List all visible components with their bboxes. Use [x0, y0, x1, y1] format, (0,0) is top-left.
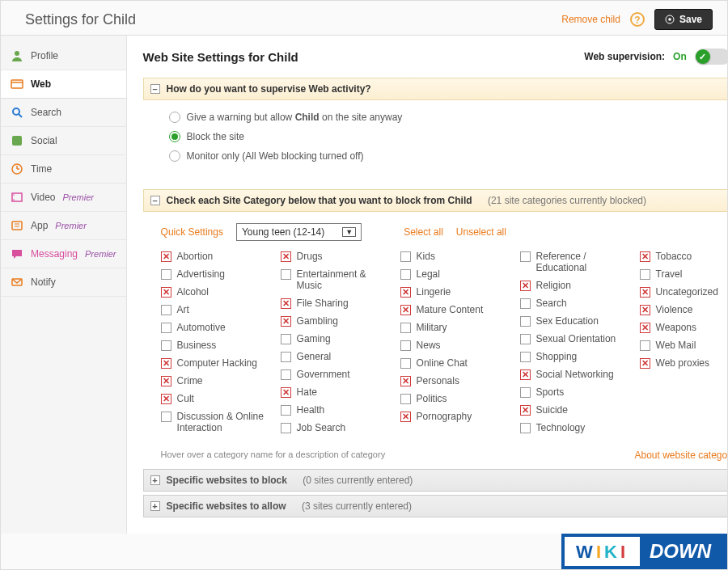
checkbox-icon: [400, 340, 411, 351]
category-label: Personals: [417, 375, 459, 386]
category-item[interactable]: Abortion: [161, 251, 265, 262]
category-item[interactable]: Alcohol: [161, 286, 265, 298]
category-label: Business: [177, 340, 217, 351]
web-supervision-toggle[interactable]: [695, 49, 728, 65]
category-item[interactable]: Automotive: [161, 322, 265, 333]
sidebar-item-label: App: [31, 220, 48, 231]
category-item[interactable]: Personals: [400, 375, 504, 386]
sidebar-item-notify[interactable]: Notify: [1, 268, 126, 297]
category-item[interactable]: Advertising: [161, 268, 265, 280]
premier-badge: Premier: [55, 221, 87, 230]
category-item[interactable]: Uncategorized: [640, 286, 728, 298]
category-item[interactable]: Reference / Educational: [520, 251, 624, 273]
category-item[interactable]: Art: [161, 304, 265, 315]
category-item[interactable]: Weapons: [640, 322, 728, 333]
category-item[interactable]: Military: [400, 322, 504, 333]
time-icon: [11, 163, 23, 175]
categories-section-header[interactable]: – Check each Site Category below that yo…: [143, 189, 728, 212]
sidebar-item-app[interactable]: App Premier: [1, 212, 126, 240]
sidebar-item-video[interactable]: Video Premier: [1, 184, 126, 212]
category-item[interactable]: Search: [520, 298, 624, 309]
category-item[interactable]: File Sharing: [281, 298, 384, 309]
category-item[interactable]: Technology: [520, 422, 624, 433]
category-item[interactable]: Sports: [520, 386, 624, 398]
category-item[interactable]: Online Chat: [400, 357, 504, 369]
category-item[interactable]: Health: [281, 404, 384, 416]
svg-point-2: [15, 51, 19, 56]
preset-select-value: Young teen (12-14): [242, 226, 324, 238]
supervise-section-header[interactable]: – How do you want to supervise Web activ…: [143, 78, 728, 100]
category-item[interactable]: Politics: [400, 393, 504, 404]
supervise-option-1[interactable]: Block the site: [169, 131, 728, 142]
supervise-option-0[interactable]: Give a warning but allow Child on the si…: [169, 112, 728, 123]
sidebar-item-social[interactable]: Social: [1, 127, 126, 155]
preset-select[interactable]: Young teen (12-14) ▼: [236, 223, 362, 241]
main: ProfileWebSearchSocialTimeVideo PremierA…: [1, 36, 727, 534]
collapse-icon[interactable]: –: [150, 84, 160, 94]
category-item[interactable]: Business: [161, 340, 265, 351]
checkbox-icon: [161, 323, 171, 333]
specific-allow-header[interactable]: + Specific websites to allow (3 sites cu…: [143, 495, 728, 517]
category-label: Web proxies: [656, 357, 709, 369]
category-item[interactable]: Discussion & Online Interaction: [161, 411, 265, 433]
sidebar-item-time[interactable]: Time: [1, 155, 126, 184]
category-item[interactable]: Mature Content: [400, 304, 504, 315]
select-all-link[interactable]: Select all: [404, 226, 443, 238]
category-label: Discussion & Online Interaction: [177, 411, 265, 433]
category-item[interactable]: Computer Hacking: [161, 357, 265, 369]
category-item[interactable]: Legal: [400, 268, 504, 280]
expand-icon[interactable]: +: [150, 501, 160, 511]
category-item[interactable]: News: [400, 340, 504, 351]
category-label: Technology: [536, 422, 586, 433]
category-item[interactable]: Violence: [640, 304, 728, 315]
about-website-categories-link[interactable]: About website categories: [634, 450, 728, 461]
category-item[interactable]: Shopping: [520, 351, 624, 362]
specific-allow-section: + Specific websites to allow (3 sites cu…: [143, 495, 728, 517]
category-item[interactable]: Tobacco: [640, 251, 728, 262]
category-item[interactable]: Lingerie: [400, 286, 504, 298]
hover-hint-text: Hover over a category name for a descrip…: [161, 450, 386, 461]
category-item[interactable]: Crime: [161, 375, 265, 386]
sidebar-item-web[interactable]: Web: [1, 70, 126, 99]
supervise-section: – How do you want to supervise Web activ…: [143, 78, 728, 176]
category-item[interactable]: Entertainment & Music: [281, 268, 384, 291]
category-item[interactable]: Suicide: [520, 404, 624, 416]
collapse-icon[interactable]: –: [150, 196, 160, 205]
category-item[interactable]: Travel: [640, 268, 728, 280]
sidebar-item-profile[interactable]: Profile: [1, 42, 126, 70]
sidebar-item-search[interactable]: Search: [1, 99, 126, 127]
checkbox-icon: [281, 251, 291, 262]
save-button[interactable]: Save: [654, 9, 713, 30]
category-item[interactable]: Kids: [400, 251, 504, 262]
supervise-option-2[interactable]: Monitor only (All Web blocking turned of…: [169, 150, 728, 162]
sidebar-item-messaging[interactable]: Messaging Premier: [1, 240, 126, 268]
category-item[interactable]: Government: [281, 369, 384, 380]
category-item[interactable]: Gaming: [281, 333, 384, 344]
category-item[interactable]: Drugs: [281, 251, 384, 262]
category-item[interactable]: Web Mail: [640, 340, 728, 351]
category-item[interactable]: Gambling: [281, 315, 384, 327]
category-item[interactable]: Web proxies: [640, 357, 728, 369]
category-item[interactable]: Religion: [520, 280, 624, 291]
category-item[interactable]: Sex Education: [520, 315, 624, 327]
category-item[interactable]: General: [281, 351, 384, 362]
expand-icon[interactable]: +: [150, 475, 160, 485]
category-item[interactable]: Pornography: [400, 411, 504, 422]
remove-child-link[interactable]: Remove child: [561, 14, 620, 25]
category-item[interactable]: Job Search: [281, 422, 384, 433]
specific-block-header[interactable]: + Specific websites to block (0 sites cu…: [143, 469, 728, 492]
help-icon[interactable]: ?: [630, 12, 645, 27]
category-label: Kids: [417, 251, 435, 262]
category-label: Military: [417, 322, 447, 333]
checkbox-icon: [640, 269, 650, 280]
category-label: Religion: [536, 280, 571, 291]
category-item[interactable]: Hate: [281, 386, 384, 398]
checkbox-icon: [281, 352, 291, 362]
category-item[interactable]: Social Networking: [520, 369, 624, 380]
unselect-all-link[interactable]: Unselect all: [456, 226, 506, 238]
checkbox-icon: [640, 305, 650, 315]
checkbox-icon: [281, 334, 291, 344]
category-item[interactable]: Cult: [161, 393, 265, 404]
sidebar-item-label: Search: [31, 107, 61, 118]
category-item[interactable]: Sexual Orientation: [520, 333, 624, 344]
